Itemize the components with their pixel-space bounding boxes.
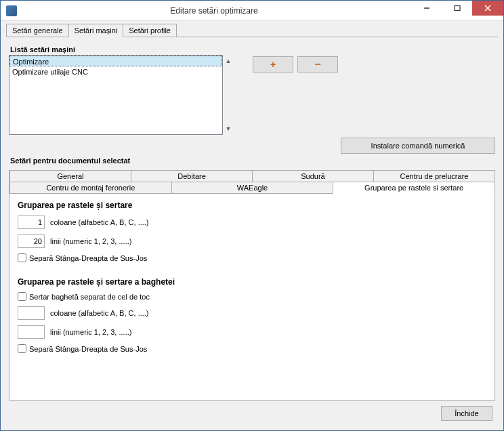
tab-debitare[interactable]: Debitare bbox=[131, 170, 253, 182]
install-cnc-button[interactable]: Instalare comandă numerică bbox=[341, 138, 495, 154]
tab-centru-montaj[interactable]: Centru de montaj feronerie bbox=[9, 182, 172, 194]
doc-settings-label: Setări pentru documentul selectat bbox=[10, 157, 495, 165]
app-icon bbox=[6, 5, 17, 16]
bagheta-cols-label: coloane (alfabetic A, B, C, ....) bbox=[50, 309, 149, 317]
scroll-up-icon[interactable]: ▲ bbox=[223, 56, 234, 66]
window: Editare setări optimizare Setări general… bbox=[0, 0, 504, 431]
titlebar: Editare setări optimizare bbox=[1, 1, 503, 21]
main-tabs: Setări generale Setări mașini Setări pro… bbox=[6, 24, 498, 37]
sertar-bagheta-checkbox[interactable] bbox=[18, 292, 26, 301]
remove-button[interactable]: − bbox=[297, 56, 338, 73]
scrollbar[interactable]: ▲ ▼ bbox=[223, 56, 234, 134]
group-title: Gruparea pe rastele și sertare bbox=[18, 201, 486, 210]
add-button[interactable]: + bbox=[253, 56, 293, 73]
svg-rect-1 bbox=[455, 6, 460, 11]
minimize-button[interactable] bbox=[411, 1, 442, 16]
machines-list-label: Listă setări mașini bbox=[10, 45, 495, 54]
bagheta-rows-input[interactable] bbox=[18, 325, 45, 339]
maximize-button[interactable] bbox=[442, 1, 472, 16]
group-rastele-bagheta: Gruparea pe rastele și sertare a baghete… bbox=[18, 277, 486, 353]
tab-centru-prelucrare[interactable]: Centru de prelucrare bbox=[373, 170, 495, 182]
cols-label: coloane (alfabetic A, B, C, ....) bbox=[50, 218, 149, 226]
tab-sudura[interactable]: Sudură bbox=[252, 170, 374, 182]
separate-lr-tb-label: Separă Stânga-Dreapta de Sus-Jos bbox=[29, 254, 147, 262]
rows-label: linii (numeric 1, 2, 3, .....) bbox=[50, 237, 131, 245]
tab-general[interactable]: General bbox=[9, 170, 131, 182]
plus-icon: + bbox=[270, 59, 276, 70]
tab-grupare-rastele[interactable]: Gruparea pe rastele si sertare bbox=[333, 182, 495, 194]
rows-input[interactable] bbox=[18, 234, 45, 248]
tab-profile-settings[interactable]: Setări profile bbox=[123, 24, 177, 37]
window-controls bbox=[411, 1, 503, 20]
minus-icon: − bbox=[314, 59, 320, 70]
scroll-down-icon[interactable]: ▼ bbox=[223, 123, 234, 134]
list-item[interactable]: Optimizare bbox=[9, 56, 222, 66]
bagheta-separate-lr-tb-label: Separă Stânga-Dreapta de Sus-Jos bbox=[29, 345, 147, 353]
bagheta-separate-lr-tb-checkbox[interactable] bbox=[18, 344, 26, 353]
close-button[interactable] bbox=[472, 1, 503, 16]
doc-tabs: General Debitare Sudură Centru de preluc… bbox=[9, 170, 495, 401]
group-title: Gruparea pe rastele și sertare a baghete… bbox=[18, 277, 486, 287]
cols-input[interactable] bbox=[18, 216, 45, 229]
tab-general-settings[interactable]: Setări generale bbox=[6, 24, 69, 37]
group-rastele-sertare: Gruparea pe rastele și sertare coloane (… bbox=[18, 201, 486, 262]
separate-lr-tb-checkbox[interactable] bbox=[18, 253, 26, 262]
list-item[interactable]: Optimizare utilaje CNC bbox=[9, 66, 222, 77]
bagheta-rows-label: linii (numeric 1, 2, 3, .....) bbox=[50, 328, 131, 336]
bagheta-cols-input[interactable] bbox=[18, 306, 45, 320]
machines-listbox[interactable]: Optimizare Optimizare utilaje CNC bbox=[9, 55, 223, 135]
tab-machine-settings[interactable]: Setări mașini bbox=[68, 24, 124, 37]
close-dialog-button[interactable]: Închide bbox=[441, 406, 492, 421]
window-title: Editare setări optimizare bbox=[17, 6, 411, 16]
sertar-bagheta-label: Sertar baghetă separat de cel de toc bbox=[29, 293, 150, 301]
tab-panel-grupare: Gruparea pe rastele și sertare coloane (… bbox=[9, 194, 495, 400]
tab-waeagle[interactable]: WAEagle bbox=[171, 182, 334, 194]
